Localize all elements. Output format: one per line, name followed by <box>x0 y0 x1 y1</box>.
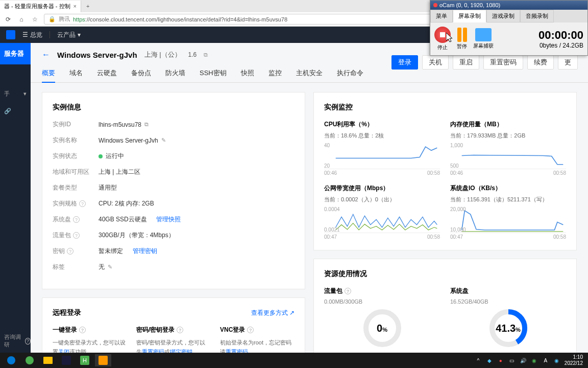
info-label: 实例规格 <box>53 199 77 208</box>
more-button[interactable]: 更 <box>558 55 578 70</box>
status-text: 运行中 <box>106 152 124 160</box>
help-icon[interactable]: ? <box>67 248 74 255</box>
help-icon[interactable]: ? <box>345 288 351 294</box>
shutdown-button[interactable]: 关机 <box>422 55 449 70</box>
view-more-link[interactable]: 查看更多方式 ↗ <box>251 309 295 317</box>
tab-firewall[interactable]: 防火墙 <box>165 64 185 82</box>
ip-prefix: 1.6 <box>188 51 197 58</box>
sidebar-item[interactable] <box>0 75 31 85</box>
new-tab-button[interactable]: + <box>81 1 94 11</box>
task-browser[interactable] <box>21 354 38 366</box>
tab-overview[interactable]: 概要 <box>42 64 55 83</box>
svg-point-5 <box>26 356 34 364</box>
windows-taskbar[interactable]: H ^ ◆ ● ▭ 🔊 ◉ A ◉ 1:10 2022/12 <box>0 353 588 368</box>
reset-password-button[interactable]: 重置密码 <box>483 55 523 70</box>
tray-network-icon[interactable]: ▭ <box>508 357 516 364</box>
tab-snapshot[interactable]: 快照 <box>241 64 254 82</box>
edit-icon[interactable]: ✎ <box>108 264 112 270</box>
bandwidth-chart: 公网带宽使用（Mbps） 当前：0.0002（入）0（出） 0.00040.00… <box>324 184 440 240</box>
tab-backup[interactable]: 备份点 <box>131 64 151 82</box>
close-icon[interactable]: × <box>74 3 77 9</box>
task-app1[interactable] <box>58 354 75 366</box>
ocam-tab-menu[interactable]: 菜单 <box>430 10 453 22</box>
ocam-capture-button[interactable]: 屏幕捕获 <box>473 28 494 50</box>
card-title: 资源使用情况 <box>324 269 566 279</box>
ocam-tab-audio[interactable]: 音频录制 <box>520 10 554 22</box>
ocam-stop-button[interactable]: 停止 <box>434 27 451 51</box>
disable-link[interactable]: 关闭 <box>58 349 69 353</box>
reset-pwd-link[interactable]: 重置密码 <box>142 349 164 353</box>
task-app2[interactable]: H <box>77 354 93 366</box>
tray-icon[interactable]: ◆ <box>486 357 493 364</box>
cloud-logo-icon[interactable] <box>6 30 15 39</box>
tray-chevron-icon[interactable]: ^ <box>475 357 482 364</box>
onekey-login-section: 一键登录? 一键免密登录方式，您可以设置关闭该功能。 登录 <box>53 326 127 353</box>
tab-disk[interactable]: 云硬盘 <box>97 64 117 82</box>
tab-domain[interactable]: 域名 <box>69 64 83 82</box>
info-label: 实例状态 <box>53 152 99 160</box>
back-arrow-icon[interactable]: ← <box>42 50 50 59</box>
svg-point-4 <box>7 356 15 364</box>
tab-monitor[interactable]: 监控 <box>268 64 282 82</box>
reload-icon[interactable]: ⟳ <box>4 15 12 24</box>
restart-button[interactable]: 重启 <box>453 55 479 70</box>
help-icon[interactable]: ? <box>177 327 183 333</box>
info-label: 实例名称 <box>53 136 99 145</box>
renew-button[interactable]: 续费 <box>527 55 554 70</box>
tray-volume-icon[interactable]: 🔊 <box>520 357 527 364</box>
ocam-size: 0bytes / 24.2GB <box>538 42 583 49</box>
tray-icon[interactable]: A <box>542 357 549 364</box>
start-button[interactable] <box>3 354 19 366</box>
info-label: 套餐类型 <box>53 183 99 192</box>
help-icon[interactable]: ? <box>247 327 254 333</box>
ocam-time: 00:00:00 <box>538 29 583 42</box>
login-button[interactable]: 登录 <box>391 55 418 70</box>
copy-icon[interactable]: ⧉ <box>204 52 208 58</box>
tab-ssh[interactable]: SSH密钥 <box>200 64 227 82</box>
manage-snapshot-link[interactable]: 管理快照 <box>156 215 181 224</box>
task-explorer[interactable] <box>40 354 56 366</box>
sidebar-item[interactable]: 🔗 <box>0 103 31 120</box>
tab-security[interactable]: 主机安全 <box>296 64 323 82</box>
system-tray: ^ ◆ ● ▭ 🔊 ◉ A ◉ 1:10 2022/12 <box>475 354 585 366</box>
nav-products[interactable]: 云产品 ▾ <box>57 31 81 39</box>
svg-rect-6 <box>43 357 53 364</box>
star-icon[interactable]: ☆ <box>31 15 39 24</box>
bind-key-link[interactable]: 绑定密钥 <box>170 349 192 353</box>
ocam-pause-button[interactable]: 暂停 <box>457 28 467 50</box>
help-icon[interactable]: ? <box>73 232 80 239</box>
help-icon[interactable]: ? <box>73 216 80 223</box>
tab-exec[interactable]: 执行命令 <box>337 64 363 82</box>
browser-tab[interactable]: 器 - 轻量应用服务器 - 控制 × <box>0 1 81 12</box>
copy-icon[interactable]: ⧉ <box>144 121 149 128</box>
ocam-timer: 00:00:00 0bytes / 24.2GB <box>538 29 583 49</box>
tray-icon[interactable]: ● <box>497 357 504 364</box>
flow-usage: 流量包? 0.00MB/300GB 0% 已使用 <box>324 287 440 353</box>
sidebar-item[interactable]: 手 ▾ <box>0 85 31 103</box>
home-icon[interactable]: ⌂ <box>17 15 26 24</box>
ocam-tab-game[interactable]: 游戏录制 <box>486 10 520 22</box>
sidebar-feedback[interactable]: 咨询调研 ? <box>4 333 31 349</box>
tray-clock[interactable]: 1:10 2022/12 <box>565 354 585 366</box>
stop-icon <box>434 27 451 43</box>
help-icon[interactable]: ? <box>79 200 86 207</box>
disk-val: 40GB SSD云硬盘 <box>99 215 147 224</box>
edit-icon[interactable]: ✎ <box>161 137 166 144</box>
tag-val: 无 <box>99 263 105 271</box>
ocam-titlebar[interactable]: oCam (0, 0, 1920, 1080) <box>430 1 587 10</box>
nav-overview[interactable]: ☰ 总览 <box>22 31 42 39</box>
info-label: 流量包 <box>53 231 71 240</box>
reset-pwd-link[interactable]: 重置密码 <box>226 349 248 353</box>
tray-icon[interactable]: ◉ <box>531 357 538 364</box>
card-title: 实例监控 <box>324 103 566 112</box>
ocam-window[interactable]: oCam (0, 0, 1920, 1080) 菜单 屏幕录制 游戏录制 音频录… <box>430 0 588 56</box>
ocam-tab-screen[interactable]: 屏幕录制 <box>453 10 486 22</box>
sidebar-item[interactable] <box>0 64 31 75</box>
task-ocam[interactable] <box>95 354 111 366</box>
help-icon[interactable]: ? <box>79 327 86 333</box>
url-path: ://console.cloud.tencent.com/lighthouse/… <box>85 16 287 22</box>
manage-key-link[interactable]: 管理密钥 <box>133 247 157 256</box>
tray-icon[interactable]: ◉ <box>553 357 560 364</box>
info-label: 标签 <box>53 263 99 271</box>
key-val: 暂未绑定 <box>99 247 123 256</box>
